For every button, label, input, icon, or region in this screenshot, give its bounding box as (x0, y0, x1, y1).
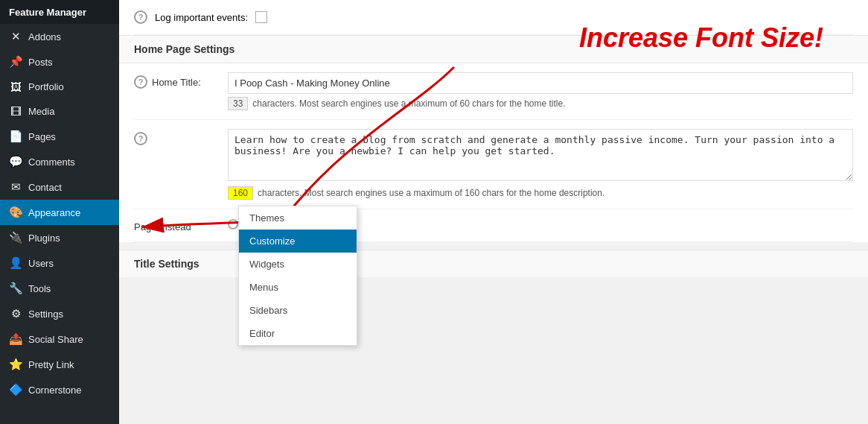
page-instead-label: Page Instead (134, 221, 191, 232)
submenu-item-widgets[interactable]: Widgets (239, 253, 357, 276)
sidebar-item-label: Social Share (28, 334, 83, 345)
sidebar-item-label: Addons (28, 31, 61, 42)
sidebar-item-label: Comments (28, 156, 75, 168)
home-title-label-wrap: ? Home Title: (134, 72, 216, 89)
home-description-textarea[interactable]: Learn how to create a blog from scratch … (228, 129, 853, 181)
sidebar-item-plugins[interactable]: 🔌 Plugins (0, 225, 119, 250)
home-desc-field: Learn how to create a blog from scratch … (228, 129, 853, 200)
home-title-help-icon: ? (134, 75, 147, 89)
addons-icon: ✕ (9, 30, 22, 43)
sidebar-item-users[interactable]: 👤 Users (0, 250, 119, 276)
log-events-label: Log important events: (155, 12, 248, 23)
page-instead-label-wrap: Page Instead (134, 218, 216, 232)
sidebar-title: Feature Manager (9, 7, 86, 18)
sidebar-item-label: Media (28, 106, 54, 117)
contact-icon: ✉ (9, 180, 22, 194)
sidebar-item-posts[interactable]: 📌 Posts (0, 49, 119, 75)
appearance-icon: 🎨 (9, 206, 22, 219)
radio-enabled-dot (228, 219, 238, 230)
sidebar-item-label: Settings (28, 308, 63, 320)
sidebar-item-social-share[interactable]: 📤 Social Share (0, 326, 119, 352)
appearance-submenu: Themes Customize Widgets Menus Sidebars … (238, 206, 357, 346)
home-desc-char-badge: 160 (228, 186, 253, 200)
main-content: ? Log important events: Home Page Settin… (119, 0, 868, 424)
sidebar-item-label: Posts (28, 57, 53, 68)
sidebar-item-label: Cornerstone (28, 385, 82, 396)
content-wrapper: Increase Font Size! Themes Customize Wid… (119, 0, 868, 424)
media-icon: 🎞 (9, 105, 22, 118)
sidebar-item-tools[interactable]: 🔧 Tools (0, 276, 119, 301)
sidebar-item-label: Pretty Link (28, 359, 74, 370)
title-settings-section: Title Settings (119, 250, 868, 277)
social-share-icon: 📤 (9, 332, 22, 346)
sidebar-item-label: Users (28, 258, 54, 269)
sidebar-item-appearance[interactable]: 🎨 Appearance (0, 200, 119, 225)
sidebar-item-portfolio[interactable]: 🖼 Portfolio (0, 75, 119, 99)
posts-icon: 📌 (9, 55, 22, 69)
submenu-item-menus[interactable]: Menus (239, 276, 357, 299)
sidebar-item-settings[interactable]: ⚙ Settings (0, 301, 119, 326)
users-icon: 👤 (9, 256, 22, 270)
home-title-label: Home Title: (152, 77, 201, 88)
home-desc-char-count-row: 160 characters. Most search engines use … (228, 186, 853, 200)
home-page-settings-header: Home Page Settings (119, 35, 868, 63)
sidebar-header: Feature Manager (0, 0, 119, 24)
title-settings-label: Title Settings (134, 258, 200, 270)
home-desc-label-wrap: ? (134, 129, 216, 145)
tools-icon: 🔧 (9, 282, 22, 295)
sidebar-item-pages[interactable]: 📄 Pages (0, 124, 119, 149)
submenu-item-sidebars[interactable]: Sidebars (239, 299, 357, 322)
home-title-char-badge: 33 (228, 97, 248, 110)
home-title-input[interactable] (228, 72, 853, 94)
settings-icon: ⚙ (9, 307, 22, 320)
home-desc-help-icon: ? (134, 132, 147, 145)
pages-icon: 📄 (9, 130, 22, 143)
sidebar-item-label: Contact (28, 182, 62, 193)
sidebar-item-label: Pages (28, 131, 56, 142)
sidebar-item-label: Plugins (28, 232, 60, 244)
sidebar-item-addons[interactable]: ✕ Addons (0, 24, 119, 49)
home-description-row: ? Learn how to create a blog from scratc… (134, 120, 853, 209)
sidebar-item-comments[interactable]: 💬 Comments (0, 149, 119, 174)
pretty-link-icon: ⭐ (9, 358, 22, 371)
comments-icon: 💬 (9, 155, 22, 168)
sidebar-item-pretty-link[interactable]: ⭐ Pretty Link (0, 352, 119, 377)
submenu-item-themes[interactable]: Themes (239, 206, 357, 230)
plugins-icon: 🔌 (9, 231, 22, 244)
submenu-item-customize[interactable]: Customize (239, 230, 357, 253)
sidebar: Feature Manager ✕ Addons 📌 Posts 🖼 Portf… (0, 0, 119, 424)
home-title-row: ? Home Title: 33 characters. Most search… (134, 63, 853, 120)
home-title-char-help: characters. Most search engines use a ma… (252, 98, 565, 109)
log-events-row: ? Log important events: (134, 0, 853, 35)
sidebar-item-media[interactable]: 🎞 Media (0, 99, 119, 124)
sidebar-item-cornerstone[interactable]: 🔷 Cornerstone (0, 377, 119, 402)
log-events-checkbox[interactable] (255, 11, 267, 23)
sidebar-item-contact[interactable]: ✉ Contact (0, 174, 119, 200)
home-title-field: 33 characters. Most search engines use a… (228, 72, 853, 110)
portfolio-icon: 🖼 (9, 80, 22, 93)
sidebar-item-label: Appearance (28, 207, 80, 218)
home-title-char-count-row: 33 characters. Most search engines use a… (228, 97, 853, 110)
submenu-item-editor[interactable]: Editor (239, 322, 357, 345)
cornerstone-icon: 🔷 (9, 383, 22, 396)
sidebar-item-label: Portfolio (28, 81, 64, 92)
log-events-help-icon: ? (134, 10, 147, 24)
home-desc-char-help: characters. Most search engines use a ma… (258, 188, 604, 198)
sidebar-item-label: Tools (28, 283, 51, 294)
